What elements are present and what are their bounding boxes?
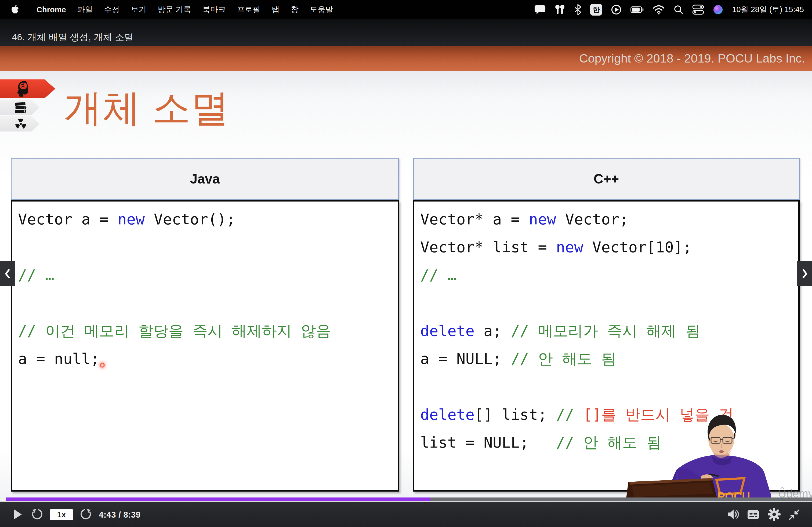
airpods-icon[interactable] bbox=[554, 4, 566, 16]
code-line: a = NULL; // 안 해도 됨 bbox=[420, 345, 798, 373]
battery-icon[interactable] bbox=[630, 4, 644, 16]
video-title-strip: 46. 개체 배열 생성, 개체 소멸 bbox=[0, 19, 812, 46]
exit-fullscreen-icon bbox=[788, 509, 800, 521]
lecture-title: 46. 개체 배열 생성, 개체 소멸 bbox=[12, 31, 133, 44]
radiation-icon bbox=[14, 118, 27, 130]
code-line: // 이건 메모리 할당을 즉시 해제하지 않음 bbox=[18, 317, 398, 345]
play-circle-icon[interactable] bbox=[611, 4, 622, 16]
progress-start-cap bbox=[0, 497, 6, 501]
spotlight-search-icon[interactable] bbox=[673, 4, 684, 16]
prev-slide-arrow[interactable] bbox=[0, 261, 15, 286]
java-code-box: Vector a = new Vector();// …// 이건 메모리 할당… bbox=[11, 200, 399, 492]
video-progress-bar[interactable] bbox=[0, 497, 812, 501]
chat-bubble-icon[interactable] bbox=[534, 4, 546, 16]
code-line bbox=[420, 373, 798, 401]
rewind-button[interactable] bbox=[31, 508, 44, 521]
code-line bbox=[18, 289, 398, 317]
menubar-menu-file[interactable]: 파일 bbox=[77, 4, 93, 15]
menubar-menu-window[interactable]: 창 bbox=[291, 4, 299, 15]
next-slide-arrow[interactable] bbox=[797, 261, 812, 286]
captions-button[interactable] bbox=[747, 509, 759, 521]
code-line: delete a; // 메모리가 즉시 해제 됨 bbox=[420, 317, 798, 345]
playback-speed-button[interactable]: 1x bbox=[50, 509, 73, 520]
slide-title: 개체 소멸 bbox=[64, 82, 230, 134]
code-line: // … bbox=[420, 261, 798, 289]
menubar-menu-bookmarks[interactable]: 북마크 bbox=[202, 4, 226, 15]
code-line: Vector* list = new Vector[10]; bbox=[420, 233, 798, 261]
brain-icon bbox=[16, 80, 32, 97]
chevron-left-icon bbox=[3, 268, 12, 280]
play-icon bbox=[14, 510, 22, 519]
copyright-bar: Copyright © 2018 - 2019. POCU Labs Inc. bbox=[0, 46, 812, 71]
menubar-app-name[interactable]: Chrome bbox=[37, 5, 66, 14]
code-line: a = null; bbox=[18, 345, 398, 373]
menubar-clock[interactable]: 10월 28일 (토) 15:45 bbox=[732, 4, 804, 15]
menubar-menu-tab[interactable]: 탭 bbox=[272, 4, 279, 15]
menubar-menu-profiles[interactable]: 프로필 bbox=[237, 4, 260, 15]
rewind-icon bbox=[31, 508, 44, 521]
books-icon bbox=[14, 102, 27, 114]
siri-icon[interactable] bbox=[713, 4, 723, 16]
forward-button[interactable] bbox=[79, 508, 92, 521]
control-center-icon[interactable] bbox=[692, 4, 704, 16]
banner-books bbox=[0, 100, 40, 115]
settings-button[interactable] bbox=[767, 508, 781, 521]
korean-ime-icon[interactable]: 한 bbox=[590, 4, 602, 16]
copyright-text: Copyright © 2018 - 2019. POCU Labs Inc. bbox=[579, 51, 805, 65]
laser-pointer-dot bbox=[100, 363, 105, 367]
progress-played bbox=[6, 497, 431, 501]
java-panel-header: Java bbox=[11, 158, 399, 200]
exit-fullscreen-button[interactable] bbox=[788, 509, 800, 521]
menubar-menu-history[interactable]: 방문 기록 bbox=[158, 4, 191, 15]
gear-icon bbox=[767, 508, 781, 521]
cpp-panel-header: C++ bbox=[413, 158, 800, 200]
menubar-menu-edit[interactable]: 수정 bbox=[104, 4, 120, 15]
code-line: Vector* a = new Vector; bbox=[420, 205, 798, 233]
chevron-right-icon bbox=[800, 268, 809, 280]
menubar-menu-help[interactable]: 도움말 bbox=[310, 4, 333, 15]
banner-brain bbox=[0, 79, 55, 98]
bluetooth-icon[interactable] bbox=[574, 4, 582, 16]
captions-icon bbox=[747, 509, 759, 521]
code-line bbox=[18, 233, 398, 261]
menubar-menu-view[interactable]: 보기 bbox=[131, 4, 147, 15]
volume-icon bbox=[727, 508, 740, 521]
instructor-webcam: POCU bbox=[623, 413, 780, 502]
play-button[interactable] bbox=[14, 510, 22, 519]
banner-radiation bbox=[0, 116, 40, 132]
wifi-icon[interactable] bbox=[653, 4, 665, 16]
code-line bbox=[420, 289, 798, 317]
code-line: // … bbox=[18, 261, 398, 289]
volume-button[interactable] bbox=[727, 508, 740, 521]
forward-icon bbox=[79, 508, 92, 521]
code-line: Vector a = new Vector(); bbox=[18, 205, 398, 233]
time-display: 4:43 / 8:39 bbox=[99, 510, 141, 520]
macos-menu-bar: Chrome 파일 수정 보기 방문 기록 북마크 프로필 탭 창 도움말 bbox=[0, 0, 812, 19]
apple-logo-icon[interactable] bbox=[11, 4, 19, 16]
